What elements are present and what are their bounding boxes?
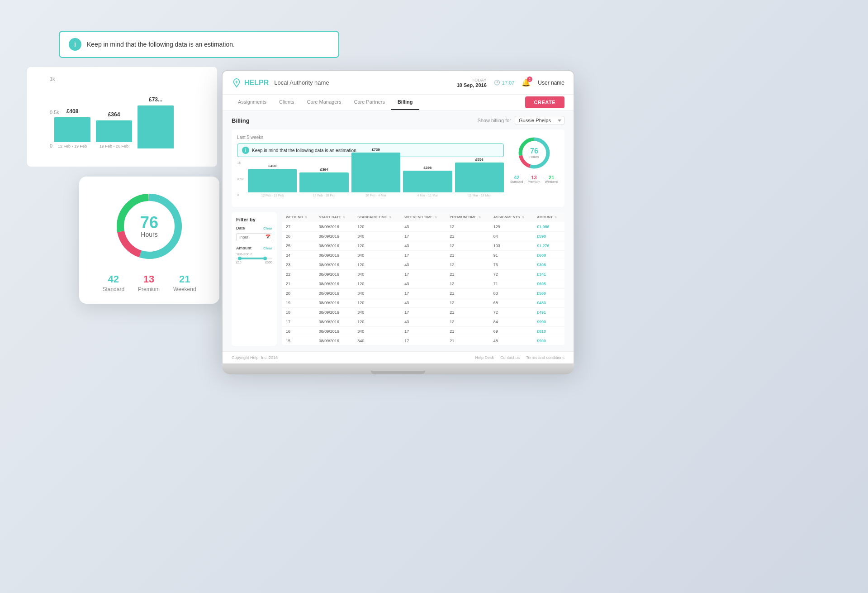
cell-weekend: 43 — [401, 260, 446, 270]
col-standard[interactable]: STANDARD TIME ⇅ — [354, 212, 401, 222]
app-footer: Copyright Helpr Inc. 2016 Help Desk Cont… — [223, 351, 574, 363]
billing-person-select[interactable]: Gussie Phelps — [515, 116, 564, 125]
cell-premium: 12 — [446, 241, 490, 251]
cell-premium: 21 — [446, 251, 490, 260]
table-row[interactable]: 19 08/09/2016 120 43 12 68 £483 — [282, 298, 564, 308]
col-week[interactable]: WEEK NO ⇅ — [282, 212, 315, 222]
cell-week: 18 — [282, 308, 315, 317]
cell-weekend: 43 — [401, 298, 446, 308]
cell-amount: £308 — [533, 260, 564, 270]
cell-amount: £560 — [533, 289, 564, 298]
table-row[interactable]: 25 08/09/2016 120 43 12 103 £1,276 — [282, 241, 564, 251]
cell-week: 19 — [282, 298, 315, 308]
cell-week: 15 — [282, 336, 315, 346]
cell-premium: 12 — [446, 298, 490, 308]
cell-standard: 120 — [354, 298, 401, 308]
cell-premium: 12 — [446, 222, 490, 232]
laptop-screen: HELPR Local Authority name TODAY 10 Sep,… — [222, 70, 574, 364]
contact-link[interactable]: Contact us — [500, 355, 520, 360]
table-row[interactable]: 21 08/09/2016 120 43 12 71 £605 — [282, 279, 564, 289]
table-row[interactable]: 16 08/09/2016 340 17 21 69 £810 — [282, 327, 564, 336]
cell-week: 23 — [282, 260, 315, 270]
cell-weekend: 17 — [401, 251, 446, 260]
cell-premium: 21 — [446, 308, 490, 317]
table-row[interactable]: 23 08/09/2016 120 43 12 76 £308 — [282, 260, 564, 270]
show-billing-label: Show billing for — [477, 118, 511, 123]
show-billing-for: Show billing for Gussie Phelps — [477, 116, 564, 125]
table-row[interactable]: 20 08/09/2016 340 17 21 83 £560 — [282, 289, 564, 298]
date-clear-button[interactable]: Clear — [263, 226, 272, 230]
cell-week: 17 — [282, 317, 315, 327]
table-row[interactable]: 15 08/09/2016 340 17 21 48 £900 — [282, 336, 564, 346]
billing-title: Billing — [232, 117, 250, 124]
data-table-wrap: WEEK NO ⇅ START DATE ⇅ STANDARD TIME ⇅ W… — [282, 212, 564, 346]
range-handle-max[interactable] — [263, 257, 267, 260]
date-input-wrap: 📅 — [236, 232, 272, 241]
col-assignments[interactable]: ASSIGNMENTS ⇅ — [490, 212, 533, 222]
range-values: 100-300 £ — [236, 252, 272, 256]
cell-amount: £608 — [533, 251, 564, 260]
table-section: Filter by Date Clear 📅 — [232, 212, 564, 346]
chart-period: Last 5 weeks — [237, 135, 504, 140]
col-start[interactable]: START DATE ⇅ — [315, 212, 354, 222]
bar-group-5: £556 11 Mar - 18 Mar — [455, 158, 504, 197]
tab-care-partners[interactable]: Care Partners — [347, 95, 391, 110]
cell-assignments: 83 — [490, 289, 533, 298]
y-axis: 1k 0.5k 0 — [237, 161, 244, 197]
app-header: HELPR Local Authority name TODAY 10 Sep,… — [223, 71, 574, 95]
cell-amount: £900 — [533, 336, 564, 346]
filter-panel: Filter by Date Clear 📅 — [232, 212, 277, 346]
cell-start: 08/09/2016 — [315, 270, 354, 279]
terms-link[interactable]: Terms and conditions — [526, 355, 564, 360]
cell-assignments: 84 — [490, 317, 533, 327]
header-datetime: TODAY 10 Sep, 2016 — [457, 78, 487, 88]
header-time: 🕐 17:07 — [494, 80, 515, 86]
donut-card: 76 Hours 42 Standard 13 Premium 21 Weeke… — [79, 177, 219, 304]
cell-week: 24 — [282, 251, 315, 260]
cell-start: 08/09/2016 — [315, 336, 354, 346]
range-slider[interactable] — [236, 258, 272, 259]
cell-standard: 340 — [354, 336, 401, 346]
table-row[interactable]: 27 08/09/2016 120 43 12 129 £1,086 — [282, 222, 564, 232]
cell-start: 08/09/2016 — [315, 308, 354, 317]
amount-clear-button[interactable]: Clear — [263, 246, 272, 250]
background-chart: 1k 0.5k 0 £408 12 Feb - 19 Feb £364 19 F… — [27, 67, 217, 167]
table-row[interactable]: 26 08/09/2016 340 17 21 84 £598 — [282, 232, 564, 241]
cell-standard: 340 — [354, 289, 401, 298]
cell-assignments: 76 — [490, 260, 533, 270]
cell-standard: 340 — [354, 327, 401, 336]
tab-care-managers[interactable]: Care Managers — [301, 95, 348, 110]
cell-week: 21 — [282, 279, 315, 289]
cell-start: 08/09/2016 — [315, 327, 354, 336]
cell-assignments: 68 — [490, 298, 533, 308]
range-handle-min[interactable] — [238, 257, 242, 260]
col-premium[interactable]: PREMIUM TIME ⇅ — [446, 212, 490, 222]
bell-icon[interactable]: 🔔 2 — [522, 78, 531, 87]
cell-standard: 340 — [354, 270, 401, 279]
table-row[interactable]: 24 08/09/2016 340 17 21 91 £608 — [282, 251, 564, 260]
stat-premium: 13 Premium — [138, 273, 160, 292]
cell-standard: 120 — [354, 260, 401, 270]
cell-standard: 120 — [354, 241, 401, 251]
table-row[interactable]: 18 08/09/2016 340 17 21 72 £491 — [282, 308, 564, 317]
cell-premium: 21 — [446, 270, 490, 279]
col-amount[interactable]: AMOUNT ⇅ — [533, 212, 564, 222]
table-row[interactable]: 22 08/09/2016 340 17 21 72 £341 — [282, 270, 564, 279]
tab-assignments[interactable]: Assignments — [232, 95, 273, 110]
cell-start: 08/09/2016 — [315, 298, 354, 308]
user-name[interactable]: User name — [538, 80, 564, 86]
create-button[interactable]: CREATE — [525, 96, 564, 108]
col-weekend[interactable]: WEEKEND TIME ⇅ — [401, 212, 446, 222]
mini-stat-weekend: 21 Weekend — [545, 175, 558, 183]
tab-billing[interactable]: Billing — [391, 95, 419, 110]
chart-right: 76 Hours 42 Standard 13 Premium — [509, 135, 559, 201]
tab-clients[interactable]: Clients — [273, 95, 301, 110]
cell-premium: 12 — [446, 260, 490, 270]
cell-standard: 340 — [354, 232, 401, 241]
info-note-icon: i — [242, 147, 249, 154]
cell-weekend: 17 — [401, 232, 446, 241]
cell-weekend: 43 — [401, 241, 446, 251]
mini-stats: 42 Standard 13 Premium 21 Weekend — [510, 175, 558, 183]
table-row[interactable]: 17 08/09/2016 120 43 12 84 £990 — [282, 317, 564, 327]
help-desk-link[interactable]: Help Desk — [475, 355, 494, 360]
